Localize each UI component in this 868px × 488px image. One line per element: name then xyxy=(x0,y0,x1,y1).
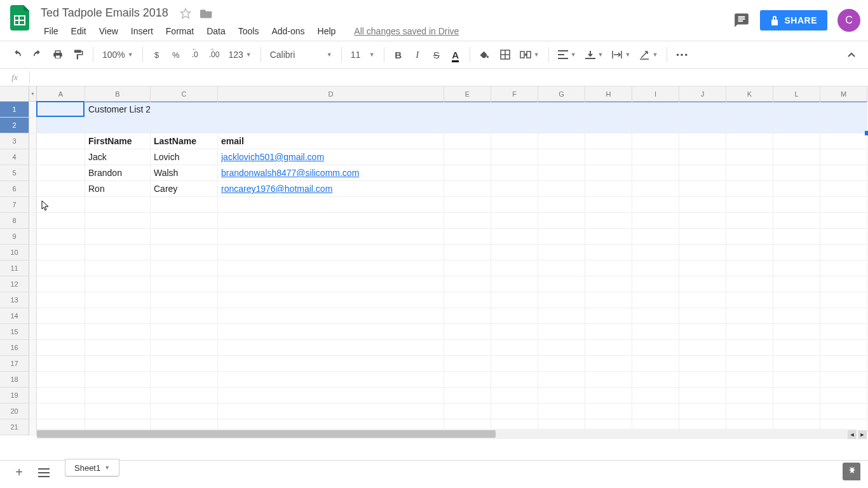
cell-D6[interactable]: roncarey1976@hotmail.com xyxy=(218,181,444,197)
column-header-F[interactable]: F xyxy=(491,86,538,101)
scroll-left-button[interactable]: ◄ xyxy=(848,430,857,439)
column-header-M[interactable]: M xyxy=(820,86,867,101)
row-header-1[interactable]: 1 xyxy=(0,102,29,118)
column-header-C[interactable]: C xyxy=(151,86,218,101)
row-header-10[interactable]: 10 xyxy=(0,245,29,261)
zoom-dropdown[interactable]: 100%▼ xyxy=(98,47,137,62)
percent-button[interactable]: % xyxy=(167,45,185,64)
select-all-corner[interactable] xyxy=(0,86,29,101)
cell-C3[interactable]: LastName xyxy=(151,133,218,149)
undo-button[interactable] xyxy=(8,45,27,64)
row-header-3[interactable]: 3 xyxy=(0,133,29,149)
sheets-app-icon[interactable] xyxy=(8,5,33,30)
cell-B4[interactable]: Jack xyxy=(85,149,151,165)
column-header-A[interactable]: A xyxy=(37,86,85,101)
cell-C5[interactable]: Walsh xyxy=(151,165,218,181)
vertical-align-button[interactable]: ▼ xyxy=(581,48,607,62)
text-color-button[interactable]: A xyxy=(447,45,465,64)
column-header-H[interactable]: H xyxy=(585,86,632,101)
redo-button[interactable] xyxy=(28,45,47,64)
row-header-20[interactable]: 20 xyxy=(0,403,29,419)
document-title[interactable]: Ted Tadpole Emails 2018 xyxy=(38,5,171,21)
font-size-dropdown[interactable]: 11▼ xyxy=(347,47,379,62)
horizontal-scrollbar[interactable] xyxy=(37,429,857,439)
menu-edit[interactable]: Edit xyxy=(65,24,92,39)
grid-cells[interactable]: Customer List 2018FirstNameLastNameemail… xyxy=(37,102,867,435)
sheet-tab-menu-icon[interactable]: ▼ xyxy=(104,464,110,471)
horizontal-align-button[interactable]: ▼ xyxy=(554,48,580,62)
explore-button[interactable] xyxy=(843,463,860,480)
all-sheets-button[interactable] xyxy=(38,468,53,477)
row-header-12[interactable]: 12 xyxy=(0,276,29,292)
row-header-15[interactable]: 15 xyxy=(0,324,29,340)
cell-C4[interactable]: Lovich xyxy=(151,149,218,165)
column-header-G[interactable]: G xyxy=(538,86,585,101)
currency-button[interactable]: $ xyxy=(148,45,166,64)
row-header-4[interactable]: 4 xyxy=(0,149,29,165)
more-toolbar-button[interactable]: ••• xyxy=(672,45,693,64)
row-header-18[interactable]: 18 xyxy=(0,372,29,388)
row-header-9[interactable]: 9 xyxy=(0,229,29,245)
scrollbar-thumb[interactable] xyxy=(37,430,496,438)
menu-view[interactable]: View xyxy=(93,24,124,39)
collapse-toolbar-button[interactable] xyxy=(843,45,860,64)
sheet-tab[interactable]: Sheet1 ▼ xyxy=(65,459,119,477)
drive-save-status[interactable]: All changes saved in Drive xyxy=(354,26,459,36)
menu-data[interactable]: Data xyxy=(201,24,231,39)
comments-icon[interactable] xyxy=(733,12,750,29)
formula-input[interactable] xyxy=(30,69,868,86)
row-header-17[interactable]: 17 xyxy=(0,356,29,372)
cell-B1[interactable]: Customer List 2018 xyxy=(85,102,151,118)
row-header-8[interactable]: 8 xyxy=(0,213,29,229)
row-header-13[interactable]: 13 xyxy=(0,292,29,308)
row-header-5[interactable]: 5 xyxy=(0,165,29,181)
scroll-right-button[interactable]: ► xyxy=(858,430,867,439)
row-header-19[interactable]: 19 xyxy=(0,388,29,403)
column-header-K[interactable]: K xyxy=(726,86,773,101)
fill-color-button[interactable] xyxy=(475,45,494,64)
share-button[interactable]: SHARE xyxy=(760,10,827,30)
column-header-D[interactable]: D xyxy=(218,86,444,101)
menu-help[interactable]: Help xyxy=(312,24,342,39)
folder-icon[interactable] xyxy=(200,8,213,19)
merge-cells-button[interactable]: ▼ xyxy=(516,46,543,63)
cell-D4[interactable]: jacklovich501@gmail.com xyxy=(218,149,444,165)
row-header-7[interactable]: 7 xyxy=(0,197,29,213)
row-header-14[interactable]: 14 xyxy=(0,308,29,324)
menu-insert[interactable]: Insert xyxy=(125,24,159,39)
decrease-decimal-button[interactable]: .0← xyxy=(186,45,204,64)
row-header-21[interactable]: 21 xyxy=(0,419,29,435)
cell-B5[interactable]: Brandon xyxy=(85,165,151,181)
menu-format[interactable]: Format xyxy=(160,24,200,39)
row-dropdown-gutter[interactable]: ▼ xyxy=(29,86,37,101)
row-header-2[interactable]: 2 xyxy=(0,118,29,133)
cell-C6[interactable]: Carey xyxy=(151,181,218,197)
increase-decimal-button[interactable]: .00→ xyxy=(205,45,224,64)
column-header-B[interactable]: B xyxy=(85,86,151,101)
number-format-dropdown[interactable]: 123▼ xyxy=(224,47,255,62)
cell-D3[interactable]: email xyxy=(218,133,444,149)
menu-addons[interactable]: Add-ons xyxy=(266,24,310,39)
cell-D5[interactable]: brandonwalsh8477@silicomm.com xyxy=(218,165,444,181)
row-header-6[interactable]: 6 xyxy=(0,181,29,197)
strikethrough-button[interactable]: S xyxy=(428,45,445,64)
paint-format-button[interactable] xyxy=(69,45,88,64)
column-header-L[interactable]: L xyxy=(773,86,820,101)
star-icon[interactable] xyxy=(180,8,191,19)
text-rotation-button[interactable]: ▼ xyxy=(635,47,661,62)
italic-button[interactable]: I xyxy=(409,45,426,64)
cell-B6[interactable]: Ron xyxy=(85,181,151,197)
bold-button[interactable]: B xyxy=(390,45,407,64)
font-dropdown[interactable]: Calibri▼ xyxy=(266,47,336,62)
borders-button[interactable] xyxy=(496,45,515,64)
menu-file[interactable]: File xyxy=(38,24,64,39)
cell-B3[interactable]: FirstName xyxy=(85,133,151,149)
column-header-I[interactable]: I xyxy=(632,86,679,101)
row-header-11[interactable]: 11 xyxy=(0,261,29,276)
text-wrap-button[interactable]: ▼ xyxy=(608,48,634,62)
menu-tools[interactable]: Tools xyxy=(233,24,265,39)
avatar[interactable]: C xyxy=(837,9,860,32)
print-button[interactable] xyxy=(48,45,67,64)
row-header-16[interactable]: 16 xyxy=(0,340,29,356)
column-header-E[interactable]: E xyxy=(444,86,491,101)
